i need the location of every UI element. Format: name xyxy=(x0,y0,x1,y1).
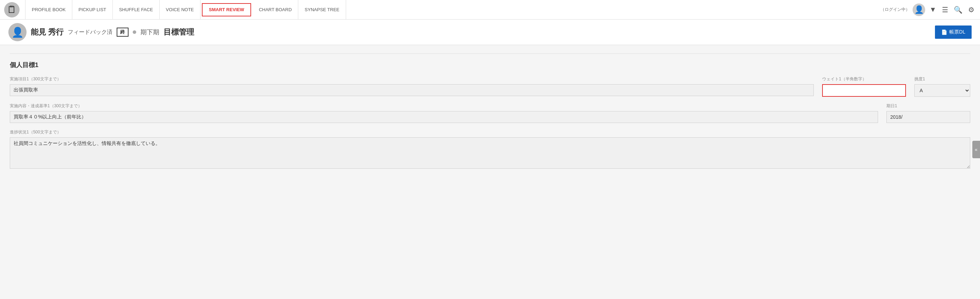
difficulty1-select[interactable]: A B C D E xyxy=(914,84,970,97)
field1-group: 実施項目1（300文字まで） xyxy=(10,76,814,96)
app-logo[interactable]: 🗒 xyxy=(4,2,19,17)
status-dot xyxy=(133,30,136,34)
date1-input[interactable] xyxy=(886,111,970,123)
search-icon[interactable]: 🔍 xyxy=(952,4,964,15)
divider xyxy=(10,53,970,54)
difficulty1-label: 挑度1 xyxy=(914,76,970,82)
person-avatar: 👤 xyxy=(8,23,27,41)
feedback-status: フィードバック済 xyxy=(68,29,113,36)
document-icon: 📄 xyxy=(941,29,947,35)
period-label: 期下期 xyxy=(140,28,159,36)
download-button[interactable]: 📄 帳票DL xyxy=(935,25,972,39)
nav-item-pickup-list[interactable]: PICKUP LIST xyxy=(72,0,113,19)
nav-item-synapse-tree[interactable]: SYNAPSE TREE xyxy=(298,0,346,19)
nav-item-smart-review[interactable]: SMART REVIEW xyxy=(202,3,251,16)
username-label: （ログイン中） xyxy=(880,6,910,13)
date1-group: 期日1 xyxy=(886,103,970,123)
weight1-label: ウェイト1（半角数字） xyxy=(822,76,906,82)
field3-group: 進捗状況1（500文字まで） 社員間コミュニケーションを活性化し、情報共有を徹底… xyxy=(10,129,970,169)
nav-item-voice-note[interactable]: VOICE NOTE xyxy=(160,0,200,19)
end-badge: 終 xyxy=(117,28,129,37)
date1-label: 期日1 xyxy=(886,103,970,109)
field2-label: 実施内容・達成基準1（300文字まで） xyxy=(10,103,878,109)
field3-textarea[interactable]: 社員間コミュニケーションを活性化し、情報共有を徹底している。 xyxy=(10,137,970,169)
nav-item-chart-board[interactable]: CHART BOARD xyxy=(253,0,298,19)
field2-input[interactable] xyxy=(10,111,878,123)
gear-icon[interactable]: ⚙ xyxy=(967,4,976,15)
form-row-3: 進捗状況1（500文字まで） 社員間コミュニケーションを活性化し、情報共有を徹底… xyxy=(10,129,970,169)
form-row-2: 実施内容・達成基準1（300文字まで） 期日1 xyxy=(10,103,970,123)
form-row-1: 実施項目1（300文字まで） ウェイト1（半角数字） 挑度1 A B C D E xyxy=(10,76,970,97)
chevron-down-icon[interactable]: ▼ xyxy=(928,4,938,15)
nav-items: PROFILE BOOK PICKUP LIST SHUFFLE FACE VO… xyxy=(25,0,880,19)
section-title: 個人目標1 xyxy=(10,61,970,69)
user-avatar[interactable]: 👤 xyxy=(913,3,925,16)
right-panel-toggle[interactable]: « xyxy=(972,141,980,158)
header-right-area: 📄 帳票DL xyxy=(935,25,972,39)
weight1-group: ウェイト1（半角数字） xyxy=(822,76,906,97)
chevron-left-icon: « xyxy=(975,147,978,152)
person-name: 能見 秀行 xyxy=(31,27,64,37)
field2-group: 実施内容・達成基準1（300文字まで） xyxy=(10,103,878,123)
difficulty1-group: 挑度1 A B C D E xyxy=(914,76,970,97)
nav-item-profile-book[interactable]: PROFILE BOOK xyxy=(25,0,72,19)
nav-right: （ログイン中） 👤 ▼ ☰ 🔍 ⚙ xyxy=(880,3,976,16)
header-bar: 👤 能見 秀行 フィードバック済 終 期下期 目標管理 📄 帳票DL xyxy=(0,19,980,45)
weight1-input[interactable] xyxy=(822,84,906,97)
top-navigation: 🗒 PROFILE BOOK PICKUP LIST SHUFFLE FACE … xyxy=(0,0,980,19)
field3-label: 進捗状況1（500文字まで） xyxy=(10,129,970,135)
list-icon[interactable]: ☰ xyxy=(940,4,950,15)
page-title: 目標管理 xyxy=(164,27,194,37)
nav-item-shuffle-face[interactable]: SHUFFLE FACE xyxy=(113,0,160,19)
field1-input[interactable] xyxy=(10,84,814,96)
field1-label: 実施項目1（300文字まで） xyxy=(10,76,814,82)
main-content: 個人目標1 実施項目1（300文字まで） ウェイト1（半角数字） 挑度1 A B… xyxy=(0,45,980,299)
